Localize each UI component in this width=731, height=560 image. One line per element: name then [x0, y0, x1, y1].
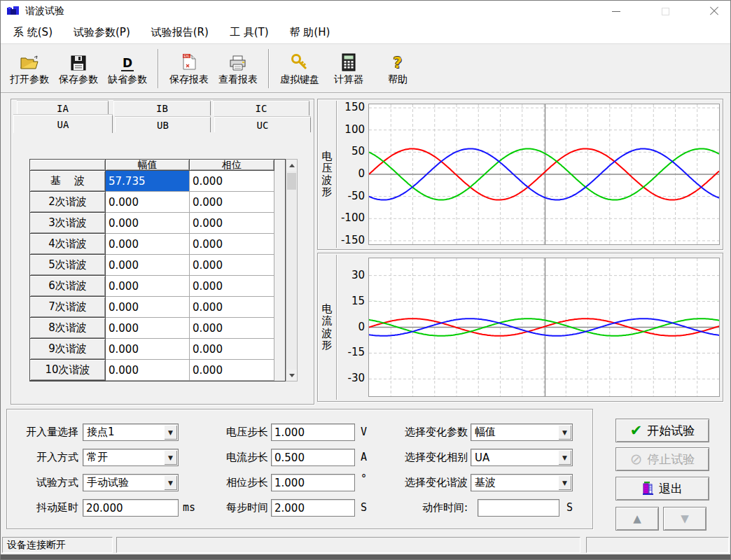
phase-cell[interactable]: 0.000: [190, 276, 274, 297]
default-params-button[interactable]: D 缺省参数: [103, 47, 152, 90]
current-step-input[interactable]: [271, 449, 355, 466]
phase-cell[interactable]: 0.000: [190, 360, 274, 381]
phase-cell[interactable]: 0.000: [190, 171, 274, 192]
header-phase: 相位: [190, 160, 274, 171]
input-mode-dropdown[interactable]: 常开▼: [83, 449, 179, 466]
y-tick-label: 100: [344, 123, 365, 136]
view-report-button[interactable]: 查看报表: [214, 47, 263, 90]
step-up-button[interactable]: ▲: [615, 507, 659, 531]
table-header-row: 幅值 相位: [30, 160, 285, 171]
vary-harmonic-label: 选择变化谐波: [389, 475, 468, 490]
debounce-delay-input[interactable]: [83, 499, 179, 517]
action-time-input[interactable]: [478, 499, 559, 517]
amplitude-cell[interactable]: 0.000: [106, 339, 190, 360]
table-row: 8次谐波0.0000.000: [30, 318, 285, 339]
step-down-button[interactable]: ▼: [663, 507, 706, 531]
menu-help[interactable]: 帮 助(H): [290, 26, 330, 39]
amplitude-cell[interactable]: 0.000: [106, 192, 190, 213]
amplitude-cell[interactable]: 0.000: [106, 360, 190, 381]
amplitude-cell[interactable]: 0.000: [106, 255, 190, 276]
open-params-button[interactable]: 打开参数: [5, 47, 54, 90]
menu-test-params[interactable]: 试验参数(P): [74, 26, 130, 39]
save-report-button[interactable]: EXL 保存报表: [165, 47, 214, 90]
minimize-button[interactable]: [600, 1, 632, 22]
calculator-icon: [342, 50, 356, 71]
amplitude-cell[interactable]: 0.000: [106, 213, 190, 234]
save-report-icon: EXL: [181, 50, 197, 71]
calculator-button[interactable]: 计算器: [324, 47, 373, 90]
tab-uc[interactable]: UC: [214, 117, 311, 132]
y-tick-label: 0: [358, 321, 365, 333]
tab-ub[interactable]: UB: [115, 117, 211, 132]
phase-cell[interactable]: 0.000: [190, 234, 274, 255]
exit-button[interactable]: 退出: [615, 477, 709, 500]
row-label: 6次谐波: [30, 276, 106, 297]
chevron-down-icon[interactable]: ▼: [558, 425, 571, 440]
step-time-input[interactable]: [271, 499, 355, 517]
tab-ua[interactable]: UA: [13, 115, 113, 133]
menu-test-report[interactable]: 试验报告(R): [151, 26, 209, 39]
chevron-down-icon[interactable]: ▼: [164, 425, 177, 440]
phase-cell[interactable]: 0.000: [190, 318, 274, 339]
vary-phase-dropdown[interactable]: UA▼: [471, 449, 573, 466]
no-entry-icon: ⊘: [630, 452, 643, 466]
amplitude-cell[interactable]: 0.000: [106, 297, 190, 318]
chevron-down-icon[interactable]: ▼: [164, 450, 177, 465]
save-floppy-icon: [70, 50, 87, 71]
scroll-up-icon[interactable]: [286, 160, 297, 171]
row-label: 7次谐波: [30, 297, 106, 318]
virtual-keyboard-button[interactable]: 虚拟键盘: [275, 47, 324, 90]
scroll-down-icon[interactable]: [286, 370, 297, 381]
chevron-down-icon[interactable]: ▼: [558, 450, 571, 465]
start-test-button[interactable]: ✔ 开始试验: [615, 419, 709, 442]
binary-input-select-dropdown[interactable]: 接点1▼: [83, 424, 179, 441]
tab-ib[interactable]: IB: [113, 101, 211, 115]
save-params-button[interactable]: 保存参数: [54, 47, 103, 90]
phase-cell[interactable]: 0.000: [190, 192, 274, 213]
vary-parameter-dropdown[interactable]: 幅值▼: [471, 424, 573, 441]
amplitude-cell[interactable]: 0.000: [106, 276, 190, 297]
chevron-down-icon[interactable]: ▼: [164, 475, 177, 490]
row-label: 2次谐波: [30, 192, 106, 213]
table-row: 基 波57.7350.000: [30, 171, 285, 192]
status-panel: [586, 537, 729, 553]
harmonic-input-panel: IA IB IC UA UB UC 幅值 相位 基 波57.7350.000 2…: [11, 99, 314, 405]
menu-tools[interactable]: 工 具(T): [230, 26, 269, 39]
tab-ic[interactable]: IC: [213, 101, 309, 115]
table-scrollbar[interactable]: [286, 159, 298, 382]
phase-step-unit: °: [361, 470, 367, 488]
phase-cell[interactable]: 0.000: [190, 339, 274, 360]
phase-cell[interactable]: 0.000: [190, 297, 274, 318]
minimize-icon: [612, 11, 620, 12]
toolbar-separator: [158, 49, 159, 88]
vary-harmonic-dropdown[interactable]: 基波▼: [471, 474, 573, 491]
header-amplitude: 幅值: [106, 160, 190, 171]
current-plot: [368, 258, 720, 397]
scrollbar-thumb[interactable]: [287, 173, 296, 190]
phase-step-input[interactable]: [271, 474, 355, 491]
voltage-yaxis: 150100500-50-100-150: [337, 99, 368, 249]
amplitude-cell[interactable]: 0.000: [106, 318, 190, 339]
voltage-step-unit: V: [361, 424, 367, 441]
phase-step-label: 相位步长: [211, 475, 268, 490]
maximize-button[interactable]: [649, 1, 681, 22]
close-button[interactable]: [698, 1, 730, 22]
tab-ia[interactable]: IA: [17, 101, 109, 115]
amplitude-cell[interactable]: 0.000: [106, 234, 190, 255]
phase-cell[interactable]: 0.000: [190, 255, 274, 276]
binary-input-select-label: 开入量选择: [11, 425, 78, 440]
amplitude-cell-selected[interactable]: 57.735: [106, 171, 190, 192]
help-button[interactable]: ? 帮助: [373, 47, 422, 90]
voltage-step-input[interactable]: [271, 424, 355, 441]
table-row: 5次谐波0.0000.000: [30, 255, 285, 276]
row-label: 3次谐波: [30, 213, 106, 234]
table-row: 6次谐波0.0000.000: [30, 276, 285, 297]
menu-system[interactable]: 系 统(S): [13, 26, 53, 39]
test-mode-dropdown[interactable]: 手动试验▼: [83, 474, 179, 491]
y-tick-label: 30: [351, 269, 365, 281]
default-params-icon: D: [121, 50, 134, 71]
chevron-down-icon[interactable]: ▼: [558, 475, 571, 490]
input-mode-label: 开入方式: [11, 450, 78, 465]
y-tick-label: -150: [341, 234, 365, 246]
phase-cell[interactable]: 0.000: [190, 213, 274, 234]
